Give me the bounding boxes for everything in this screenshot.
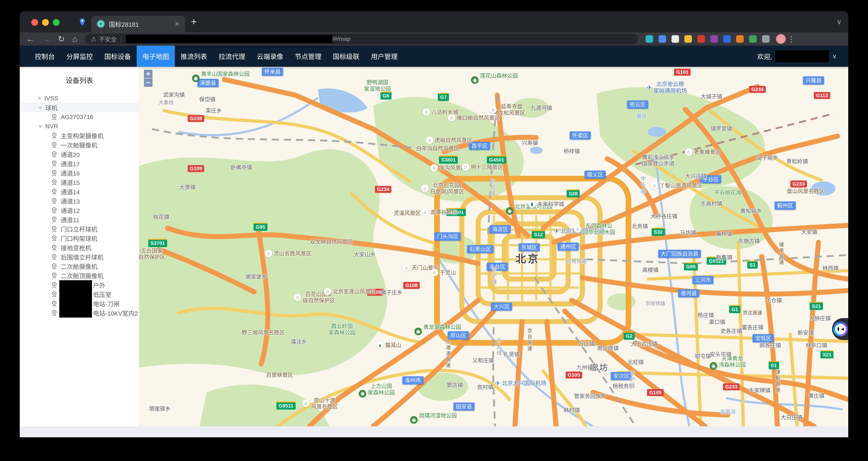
tree-expander-icon[interactable] <box>38 96 41 100</box>
device-tree-item[interactable]: 后围墙立杆球机 <box>20 252 139 262</box>
extension-icon-5[interactable] <box>698 35 705 43</box>
device-tree-item[interactable]: 二次舱顶摄像机 <box>20 271 139 280</box>
camera-icon <box>51 141 58 149</box>
extension-icon-9[interactable] <box>749 35 756 43</box>
tree-expander-icon[interactable] <box>38 126 42 128</box>
extension-icon-8[interactable] <box>736 35 744 43</box>
device-tree-item[interactable]: 门口立杆球机 <box>20 224 139 234</box>
device-label: 二次舱顶摄像机 <box>61 271 103 280</box>
user-menu[interactable]: 欢迎, ∨ <box>757 50 837 62</box>
device-tree-item[interactable]: 通道17 <box>20 159 139 168</box>
map-label: 京港澳高速 <box>445 339 451 369</box>
map-label: 大兴庄镇 <box>685 173 707 179</box>
close-window-button[interactable] <box>31 19 38 26</box>
device-label: 通道16 <box>61 169 80 177</box>
extension-icon-1[interactable] <box>646 35 653 43</box>
nav-tab-国标设备[interactable]: 国标设备 <box>99 45 137 67</box>
profile-avatar[interactable] <box>776 34 786 44</box>
extension-icon-6[interactable] <box>710 35 718 43</box>
tree-expander-icon[interactable] <box>38 107 42 109</box>
device-tree-item[interactable]: 门口构架球机 <box>20 234 139 243</box>
nav-tab-节点管理[interactable]: 节点管理 <box>289 45 327 67</box>
map-label: 渠口镇 <box>709 319 725 325</box>
window-controls <box>31 19 60 26</box>
device-tree-item[interactable]: 通道20 <box>20 150 139 159</box>
pinned-extension-pin-icon[interactable] <box>77 17 87 28</box>
nav-tab-用户管理[interactable]: 用户管理 <box>365 45 403 67</box>
map-label: S1 <box>747 261 758 269</box>
nav-tab-电子地图[interactable]: 电子地图 <box>137 45 175 67</box>
device-tree-item[interactable]: 户外 <box>20 280 139 290</box>
map-label: G112 <box>814 92 830 99</box>
extension-icon-10[interactable] <box>762 35 770 43</box>
device-tree-item[interactable]: 主变构架摄像机 <box>20 131 139 140</box>
temple-icon: ⌂ <box>423 108 430 116</box>
camera-icon <box>51 113 58 121</box>
nav-tab-拉流代理[interactable]: 拉流代理 <box>213 45 251 67</box>
tab-search-chevron-icon[interactable]: ∨ <box>837 18 842 26</box>
map-label: 京哈铁路 <box>645 301 665 307</box>
nav-tab-控制台[interactable]: 控制台 <box>29 45 61 67</box>
device-tree-item[interactable]: AG2703716 <box>20 112 139 122</box>
temple-icon: ⌂ <box>426 136 433 144</box>
device-group-label: 球机 <box>45 103 58 112</box>
address-bar[interactable]: ⚠ 不安全 /#/map <box>85 34 638 44</box>
map-label: 平谷桃花海 <box>714 189 741 196</box>
map-label: 兴寿镇 <box>522 140 538 146</box>
map-label: G101 <box>674 69 691 76</box>
map-label: 霍各庄镇 <box>742 324 763 330</box>
map-canvas[interactable]: 北京廊坊涿鹿县怀来县昌平区顺义区平谷区密云区怀柔区门头沟区海淀区石景山区东城区丰… <box>139 67 848 426</box>
chevron-down-icon: ∨ <box>832 53 837 60</box>
device-tree-item[interactable]: 电站-10KV室内2 <box>20 308 139 318</box>
map-label: 九州镇 <box>577 364 593 370</box>
map-label: 大白庄镇 <box>781 414 802 421</box>
device-tree-item[interactable]: 通道16 <box>20 168 139 177</box>
tab-close-icon[interactable]: ✕ <box>175 20 180 28</box>
map-label: 新集镇 <box>716 254 732 261</box>
map-label: 龙凤河 <box>720 409 736 415</box>
back-button[interactable]: ← <box>26 34 34 44</box>
zoom-out-button[interactable]: − <box>144 78 153 87</box>
extension-icon-4[interactable] <box>684 35 692 43</box>
extension-icon-7[interactable] <box>723 35 731 43</box>
reload-button[interactable]: ↻ <box>58 34 65 44</box>
device-tree-item[interactable]: 通道12 <box>20 205 139 215</box>
device-tree-item[interactable]: NVR <box>20 122 139 131</box>
device-tree-item[interactable]: IVSS <box>20 94 139 103</box>
map-label: S21 <box>820 351 834 359</box>
device-tree-item[interactable]: 通道14 <box>20 187 139 196</box>
nav-tab-推流列表[interactable]: 推流列表 <box>175 45 213 67</box>
map-label: 京九线 <box>496 338 502 356</box>
home-button[interactable]: ⌂ <box>72 34 78 44</box>
device-tree-item[interactable]: 通道15 <box>20 177 139 187</box>
device-tree-item[interactable]: 接地变枪机 <box>20 243 139 252</box>
browser-menu-icon[interactable]: ⋮ <box>787 35 795 43</box>
forward-button[interactable]: → <box>42 34 50 44</box>
plane-icon: ✈ <box>495 379 500 387</box>
map-label: 青松岭镇 <box>786 158 808 164</box>
map-label: 栾庄乡 <box>206 107 222 114</box>
minimize-window-button[interactable] <box>42 19 49 26</box>
device-tree-item[interactable]: 球机 <box>20 103 139 112</box>
device-tree-item[interactable]: 低压室 <box>20 290 139 299</box>
device-group-label: NVR <box>45 123 58 130</box>
zoom-in-button[interactable]: + <box>144 70 153 78</box>
extension-icon-3[interactable] <box>672 35 679 43</box>
device-tree-item[interactable]: 电站-刀闸 <box>20 299 139 308</box>
device-tree-item[interactable]: 通道13 <box>20 196 139 205</box>
nav-tab-分屏监控[interactable]: 分屏监控 <box>61 45 99 67</box>
map-label: 杨庄镇 <box>698 312 714 318</box>
zoom-window-button[interactable] <box>53 19 60 26</box>
map-label: 北京 <box>516 253 540 265</box>
nav-tab-云端录像[interactable]: 云端录像 <box>251 45 289 67</box>
extension-icon-2[interactable] <box>658 35 666 43</box>
browser-tab[interactable]: 国标28181 ✕ <box>91 15 185 32</box>
device-tree-item[interactable]: 一次舱摄像机 <box>20 140 139 150</box>
welcome-label: 欢迎, <box>757 52 772 61</box>
nav-tab-国标级联[interactable]: 国标级联 <box>327 45 365 67</box>
device-tree-item[interactable]: 通道11 <box>20 215 139 224</box>
temple-icon: ⌂ <box>294 294 301 301</box>
map-label: ♣青龙湖森林公园 <box>414 319 461 335</box>
device-tree-item[interactable]: 二次舱摄像机 <box>20 262 139 271</box>
new-tab-button[interactable]: + <box>191 16 197 27</box>
